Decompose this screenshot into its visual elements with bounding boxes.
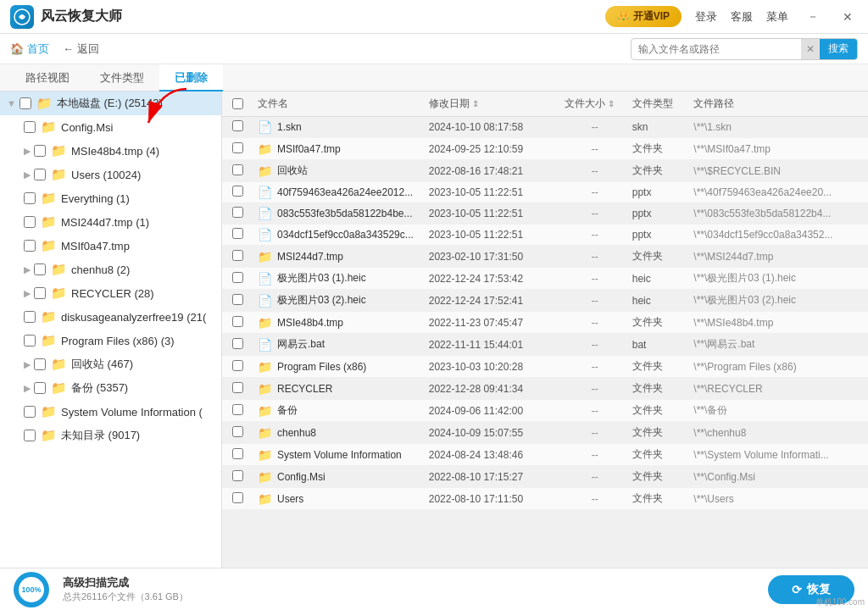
- row-checkbox[interactable]: [232, 492, 243, 503]
- table-row[interactable]: 📁 Program Files (x86) 2023-10-03 10:20:2…: [222, 356, 868, 378]
- sidebar-checkbox-everything[interactable]: [24, 192, 36, 204]
- sidebar-checkbox-config-msi[interactable]: [24, 121, 36, 133]
- sidebar-checkbox-users[interactable]: [34, 169, 46, 180]
- row-checkbox[interactable]: [232, 142, 243, 153]
- back-nav[interactable]: ← 返回: [63, 42, 99, 57]
- table-row[interactable]: 📄 034dcf15ef9cc0a8a343529c... 2023-10-05…: [222, 225, 868, 246]
- table-row[interactable]: 📁 MSIe48b4.tmp 2022-11-23 07:45:47 -- 文件…: [222, 312, 868, 334]
- row-checkbox[interactable]: [232, 120, 243, 131]
- row-size: --: [561, 186, 629, 198]
- row-name: 📁 备份: [254, 403, 426, 418]
- select-all-checkbox[interactable]: [232, 98, 243, 109]
- sidebar-label-unknown: 未知目录 (9017): [61, 428, 140, 443]
- table-row[interactable]: 📁 Config.Msi 2022-08-10 17:15:27 -- 文件夹 …: [222, 466, 868, 488]
- row-checkbox[interactable]: [232, 426, 243, 437]
- sidebar-item-recycle-bin[interactable]: ▶ 📁 回收站 (467): [0, 352, 221, 376]
- folder-icon: 📁: [258, 250, 272, 263]
- sidebar-checkbox-program-files[interactable]: [24, 335, 36, 347]
- row-checkbox[interactable]: [232, 228, 243, 239]
- row-checkbox[interactable]: [232, 470, 243, 481]
- table-row[interactable]: 📁 Users 2022-08-10 17:11:50 -- 文件夹 \**\U…: [222, 488, 868, 510]
- sidebar-label-local-disk: 本地磁盘 (E:) (25143): [57, 96, 163, 111]
- sidebar-checkbox-diskusage[interactable]: [24, 311, 36, 323]
- sidebar-checkbox-msie48b4[interactable]: [34, 145, 46, 157]
- row-name-text: 极光图片03 (2).heic: [277, 293, 366, 308]
- sidebar-item-chenhu8[interactable]: ▶ 📁 chenhu8 (2): [0, 258, 221, 281]
- row-name-text: chenhu8: [277, 427, 316, 439]
- th-path-label: 文件路径: [693, 97, 734, 111]
- service-link[interactable]: 客服: [731, 9, 753, 25]
- table-row[interactable]: 📄 083c553fe3b5da58122b4be... 2023-10-05 …: [222, 203, 868, 225]
- row-checkbox[interactable]: [232, 164, 243, 175]
- row-checkbox[interactable]: [232, 250, 243, 261]
- close-button[interactable]: ✕: [837, 10, 858, 24]
- sidebar-item-program-files-x86[interactable]: 📁 Program Files (x86) (3): [0, 329, 221, 352]
- table-row[interactable]: 📁 chenhu8 2024-10-09 15:07:55 -- 文件夹 \**…: [222, 422, 868, 444]
- sidebar-item-backup[interactable]: ▶ 📁 备份 (5357): [0, 376, 221, 400]
- sidebar-checkbox-recycle-bin[interactable]: [34, 358, 46, 370]
- row-checkbox[interactable]: [232, 338, 243, 349]
- file-icon: 📄: [258, 228, 272, 241]
- row-checkbox[interactable]: [232, 404, 243, 415]
- row-size: --: [561, 317, 629, 329]
- row-checkbox[interactable]: [232, 316, 243, 327]
- row-size: --: [561, 471, 629, 483]
- menu-link[interactable]: 菜单: [766, 9, 788, 25]
- table-row[interactable]: 📁 MSIf0a47.tmp 2024-09-25 12:10:59 -- 文件…: [222, 138, 868, 160]
- sidebar-checkbox-chenhu8[interactable]: [34, 263, 46, 275]
- search-clear-button[interactable]: ✕: [801, 39, 820, 59]
- th-size[interactable]: 文件大小 ⇕: [561, 97, 629, 111]
- row-checkbox[interactable]: [232, 272, 243, 283]
- tab-type[interactable]: 文件类型: [85, 64, 159, 92]
- th-name[interactable]: 文件名: [254, 97, 426, 111]
- sidebar-item-everything[interactable]: 📁 Everything (1): [0, 186, 221, 210]
- vip-button[interactable]: 👑 开通VIP: [605, 6, 682, 27]
- table-row[interactable]: 📄 40f759463ea426a24ee2012... 2023-10-05 …: [222, 182, 868, 203]
- sidebar-item-recycler[interactable]: ▶ 📁 RECYCLER (28): [0, 281, 221, 305]
- table-row[interactable]: 📁 备份 2024-09-06 11:42:00 -- 文件夹 \**\备份: [222, 400, 868, 422]
- login-link[interactable]: 登录: [695, 9, 717, 25]
- folder-icon: 📁: [51, 357, 67, 372]
- sidebar-item-msi244d7[interactable]: 📁 MSI244d7.tmp (1): [0, 210, 221, 234]
- row-checkbox[interactable]: [232, 360, 243, 371]
- row-checkbox[interactable]: [232, 186, 243, 197]
- sidebar-checkbox-recycler[interactable]: [34, 287, 46, 299]
- row-checkbox[interactable]: [232, 207, 243, 218]
- tab-type-label: 文件类型: [100, 71, 144, 84]
- table-row[interactable]: 📄 网易云.bat 2022-11-11 15:44:01 -- bat \**…: [222, 334, 868, 356]
- sidebar-item-unknown[interactable]: 📁 未知目录 (9017): [0, 424, 221, 447]
- row-name-text: 回收站: [277, 164, 308, 178]
- sidebar-checkbox-msi244d7[interactable]: [24, 216, 36, 228]
- sidebar-item-sysvolinfo[interactable]: 📁 System Volume Information (: [0, 400, 221, 424]
- home-nav[interactable]: 🏠 首页: [10, 42, 49, 57]
- table-row[interactable]: 📄 极光图片03 (2).heic 2022-12-24 17:52:41 --…: [222, 290, 868, 312]
- row-checkbox[interactable]: [232, 294, 243, 305]
- folder-icon: 📁: [41, 238, 57, 253]
- table-row[interactable]: 📁 RECYCLER 2022-12-28 09:41:34 -- 文件夹 \*…: [222, 378, 868, 400]
- sidebar-item-msif0a47[interactable]: 📁 MSIf0a47.tmp: [0, 234, 221, 258]
- sidebar-checkbox-backup[interactable]: [34, 382, 46, 394]
- th-date[interactable]: 修改日期 ⇕: [426, 97, 561, 111]
- table-row[interactable]: 📄 极光图片03 (1).heic 2022-12-24 17:53:42 --…: [222, 268, 868, 290]
- row-checkbox[interactable]: [232, 382, 243, 393]
- minimize-button[interactable]: －: [802, 9, 824, 25]
- tab-path[interactable]: 路径视图: [10, 64, 85, 92]
- sidebar-checkbox-msif0a47[interactable]: [24, 240, 36, 252]
- search-button[interactable]: 搜索: [820, 39, 857, 59]
- sidebar-checkbox-sysvolinfo[interactable]: [24, 406, 36, 418]
- table-row[interactable]: 📁 回收站 2022-08-16 17:48:21 -- 文件夹 \**\$RE…: [222, 160, 868, 182]
- sidebar-item-msie48b4[interactable]: ▶ 📁 MSIe48b4.tmp (4): [0, 139, 221, 163]
- sidebar-item-diskusage[interactable]: 📁 diskusageanalyzerfree19 (21(: [0, 305, 221, 329]
- folder-icon: 📁: [258, 404, 272, 418]
- sidebar-item-users[interactable]: ▶ 📁 Users (10024): [0, 163, 221, 186]
- sidebar-item-config-msi[interactable]: 📁 Config.Msi: [0, 115, 221, 139]
- row-checkbox[interactable]: [232, 448, 243, 459]
- table-row[interactable]: 📁 System Volume Information 2024-08-24 1…: [222, 444, 868, 466]
- table-row[interactable]: 📁 MSI244d7.tmp 2023-02-10 17:31:50 -- 文件…: [222, 246, 868, 268]
- tab-deleted[interactable]: 已删除: [159, 64, 223, 92]
- sidebar-checkbox-local-disk[interactable]: [19, 97, 31, 109]
- sidebar-item-local-disk[interactable]: ▼ 📁 本地磁盘 (E:) (25143): [0, 92, 221, 115]
- sidebar-checkbox-unknown[interactable]: [24, 430, 36, 441]
- table-row[interactable]: 📄 1.skn 2024-10-10 08:17:58 -- skn \**\1…: [222, 117, 868, 138]
- search-input[interactable]: [632, 43, 801, 55]
